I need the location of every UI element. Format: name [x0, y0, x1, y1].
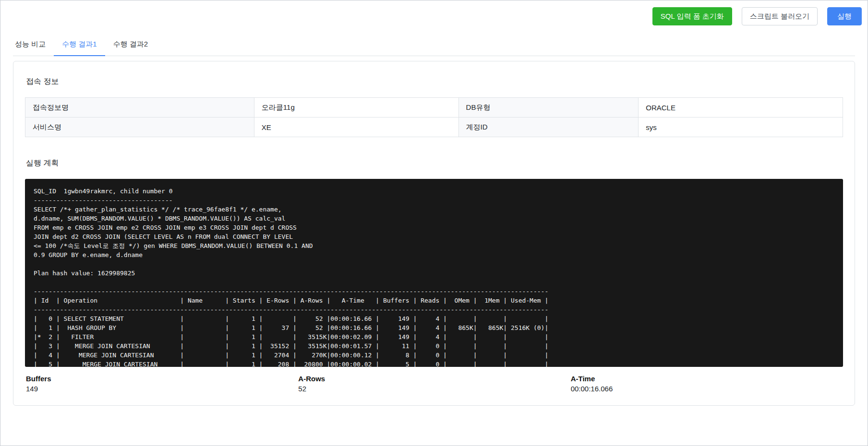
- result-panel: 접속 정보 접속정보명 오라클11g DB유형 ORACLE 서비스명 XE 계…: [13, 61, 855, 406]
- stat-buffers-value: 149: [26, 385, 298, 393]
- account-id-label: 계정ID: [458, 117, 639, 137]
- stat-a-time-value: 00:00:16.066: [571, 385, 843, 393]
- db-type-value: ORACLE: [639, 98, 843, 117]
- tab-execution-result-1[interactable]: 수행 결과1: [54, 34, 105, 56]
- load-script-button[interactable]: 스크립트 불러오기: [742, 7, 818, 25]
- stat-a-rows-label: A-Rows: [298, 375, 570, 383]
- db-type-label: DB유형: [458, 98, 639, 117]
- tab-execution-result-2[interactable]: 수행 결과2: [105, 34, 157, 56]
- toolbar: SQL 입력 폼 초기화 스크립트 불러오기 실행: [0, 0, 868, 25]
- tab-bar: 성능 비교 수행 결과1 수행 결과2: [13, 34, 855, 56]
- service-name-label: 서비스명: [25, 117, 254, 137]
- execution-plan-title: 실행 계획: [26, 158, 843, 168]
- run-button[interactable]: 실행: [827, 7, 862, 25]
- stat-buffers-label: Buffers: [26, 375, 298, 383]
- table-row: 접속정보명 오라클11g DB유형 ORACLE: [25, 98, 843, 117]
- execution-plan-output[interactable]: SQL_ID 1gwbn49rakmrc, child number 0 ---…: [25, 179, 843, 367]
- connection-info-table: 접속정보명 오라클11g DB유형 ORACLE 서비스명 XE 계정ID sy…: [25, 97, 843, 137]
- connection-name-value: 오라클11g: [254, 98, 458, 117]
- app-window: SQL 입력 폼 초기화 스크립트 불러오기 실행 성능 비교 수행 결과1 수…: [0, 0, 868, 446]
- connection-info-title: 접속 정보: [26, 77, 843, 87]
- table-row: 서비스명 XE 계정ID sys: [25, 117, 843, 137]
- stat-a-time-label: A-Time: [571, 375, 843, 383]
- stat-buffers: Buffers 149: [26, 375, 298, 393]
- stat-a-time: A-Time 00:00:16.066: [571, 375, 843, 393]
- service-name-value: XE: [254, 117, 458, 137]
- stat-a-rows: A-Rows 52: [298, 375, 570, 393]
- connection-name-label: 접속정보명: [25, 98, 254, 117]
- tab-performance-compare[interactable]: 성능 비교: [13, 34, 54, 56]
- sql-form-reset-button[interactable]: SQL 입력 폼 초기화: [652, 7, 732, 25]
- plan-stats: Buffers 149 A-Rows 52 A-Time 00:00:16.06…: [25, 375, 843, 393]
- account-id-value: sys: [639, 117, 843, 137]
- stat-a-rows-value: 52: [298, 385, 570, 393]
